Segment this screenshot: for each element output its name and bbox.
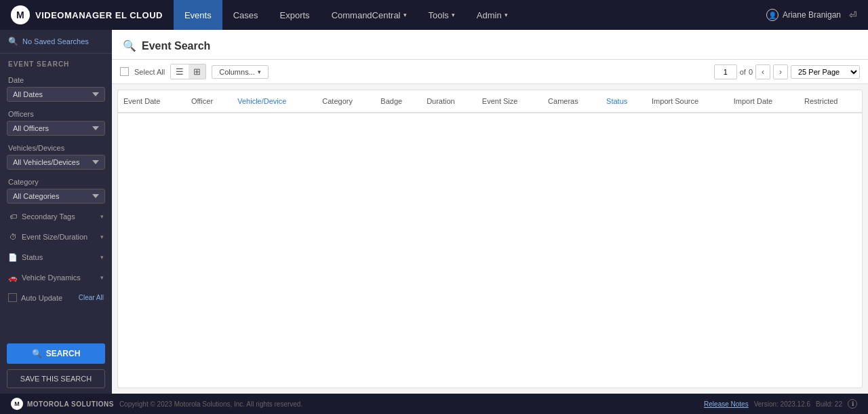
save-search-button[interactable]: SAVE THIS SEARCH — [7, 369, 105, 388]
caret-icon: ▾ — [505, 12, 508, 18]
main-header: 🔍 Event Search — [112, 30, 868, 60]
officers-filter-label: Officers — [0, 105, 112, 121]
grid-view-button[interactable]: ⊞ — [189, 64, 205, 79]
topnav-right: 👤 Ariane Branigan ⏎ — [755, 9, 868, 21]
vehicles-devices-filter-label: Vehicles/Devices — [0, 138, 112, 155]
results-table-container: Event Date Officer Vehicle/Device Catego… — [117, 90, 863, 388]
status-label: Status — [22, 253, 43, 261]
chevron-down-icon: ▾ — [100, 213, 104, 220]
logo-circle: M — [11, 5, 30, 24]
car-icon: 🚗 — [8, 273, 18, 282]
status-expandable[interactable]: 📄 Status ▾ — [0, 247, 112, 267]
event-size-duration-expandable[interactable]: ⏱ Event Size/Duration ▾ — [0, 227, 112, 247]
col-status: Status — [601, 90, 646, 113]
auto-update-row: Auto Update Clear All — [0, 288, 112, 307]
caret-icon: ▾ — [452, 12, 455, 18]
date-filter-label: Date — [0, 71, 112, 87]
signout-icon[interactable]: ⏎ — [849, 10, 857, 20]
vehicles-devices-filter-select[interactable]: All Vehicles/Devices — [7, 155, 105, 170]
footer-logo-letter: M — [14, 400, 20, 407]
chevron-down-icon: ▾ — [100, 254, 104, 261]
vehicle-dynamics-expandable[interactable]: 🚗 Vehicle Dynamics ▾ — [0, 267, 112, 288]
footer-brand: MOTOROLA SOLUTIONS — [27, 400, 114, 408]
tag-icon: 🏷 — [8, 212, 18, 221]
col-cameras: Cameras — [542, 90, 601, 113]
file-icon: 📄 — [8, 252, 18, 262]
nav-admin[interactable]: Admin▾ — [466, 0, 519, 30]
columns-button[interactable]: Columns... ▾ — [212, 65, 269, 79]
search-icon: 🔍 — [32, 349, 42, 358]
chevron-down-icon: ▾ — [100, 274, 104, 281]
chevron-down-icon: ▾ — [100, 233, 104, 240]
per-page-select[interactable]: 25 Per Page 10 Per Page 50 Per Page 100 … — [791, 65, 860, 79]
nav-links: Events Cases Exports CommandCentral▾ Too… — [174, 0, 755, 30]
col-event-size: Event Size — [477, 90, 542, 113]
col-restricted: Restricted — [799, 90, 862, 113]
auto-update-checkbox[interactable] — [8, 293, 17, 302]
nav-command-central[interactable]: CommandCentral▾ — [321, 0, 418, 30]
category-filter-select[interactable]: All Categories — [7, 189, 105, 204]
footer-version: Version: 2023.12.6 — [754, 400, 810, 408]
nav-cases[interactable]: Cases — [222, 0, 269, 30]
event-search-section-label: EVENT SEARCH — [0, 54, 112, 71]
username: Ariane Branigan — [783, 10, 841, 20]
toolbar: Select All ☰ ⊞ Columns... ▾ of 0 ‹ › 25 … — [112, 60, 868, 84]
search-button[interactable]: 🔍 SEARCH — [7, 343, 105, 364]
page-number-input[interactable] — [714, 64, 737, 79]
col-import-date: Import Date — [728, 90, 799, 113]
col-officer: Officer — [186, 90, 232, 113]
col-vehicle-device: Vehicle/Device — [232, 90, 317, 113]
logo-letter: M — [16, 10, 24, 20]
nav-exports[interactable]: Exports — [269, 0, 321, 30]
select-all-checkbox[interactable] — [120, 67, 129, 76]
col-event-date: Event Date — [118, 90, 186, 113]
user-info: 👤 Ariane Branigan — [766, 9, 841, 21]
caret-icon: ▾ — [403, 12, 407, 18]
save-search-label: SAVE THIS SEARCH — [20, 375, 92, 383]
auto-update-label: Auto Update — [21, 294, 62, 302]
search-icon: 🔍 — [8, 37, 18, 46]
date-filter-select[interactable]: All Dates Today This Week This Month — [7, 87, 105, 102]
nav-tools[interactable]: Tools▾ — [418, 0, 466, 30]
col-category: Category — [317, 90, 375, 113]
main-content: 🔍 Event Search Select All ☰ ⊞ Columns...… — [112, 30, 868, 394]
list-view-button[interactable]: ☰ — [171, 64, 189, 79]
page-total: 0 — [749, 68, 753, 76]
search-icon-main: 🔍 — [123, 39, 136, 52]
clear-all-button[interactable]: Clear All — [79, 294, 104, 301]
view-toggle: ☰ ⊞ — [170, 64, 206, 79]
footer: M MOTOROLA SOLUTIONS Copyright © 2023 Mo… — [0, 394, 868, 414]
secondary-tags-label: Secondary Tags — [22, 212, 75, 221]
page-title: Event Search — [142, 40, 210, 52]
secondary-tags-expandable[interactable]: 🏷 Secondary Tags ▾ — [0, 206, 112, 227]
footer-right: Release Notes Version: 2023.12.6 Build: … — [704, 399, 857, 409]
chevron-down-icon: ▾ — [258, 69, 261, 75]
sidebar: 🔍 No Saved Searches EVENT SEARCH Date Al… — [0, 30, 112, 394]
clock-icon: ⏱ — [8, 232, 18, 242]
officers-filter-select[interactable]: All Officers — [7, 121, 105, 136]
app-body: 🔍 No Saved Searches EVENT SEARCH Date Al… — [0, 30, 868, 394]
prev-page-button[interactable]: ‹ — [755, 64, 770, 79]
saved-searches[interactable]: 🔍 No Saved Searches — [0, 30, 112, 54]
footer-copyright: Copyright © 2023 Motorola Solutions, Inc… — [119, 400, 302, 408]
next-page-button[interactable]: › — [773, 64, 788, 79]
results-table: Event Date Officer Vehicle/Device Catego… — [118, 90, 862, 113]
release-notes-link[interactable]: Release Notes — [704, 400, 749, 408]
user-icon: 👤 — [766, 9, 778, 21]
category-filter-label: Category — [0, 172, 112, 189]
top-navigation: M VIDEOMANAGER EL CLOUD Events Cases Exp… — [0, 0, 868, 30]
select-all-label: Select All — [134, 68, 165, 76]
footer-logo-circle: M — [11, 398, 23, 410]
app-title: VIDEOMANAGER EL CLOUD — [35, 10, 163, 20]
footer-build: Build: 22 — [816, 400, 842, 408]
nav-events[interactable]: Events — [174, 0, 222, 30]
page-separator: of — [740, 68, 746, 76]
col-duration: Duration — [421, 90, 477, 113]
footer-logo: M MOTOROLA SOLUTIONS — [11, 398, 114, 410]
app-logo: M VIDEOMANAGER EL CLOUD — [0, 5, 174, 24]
col-badge: Badge — [375, 90, 421, 113]
event-size-duration-label: Event Size/Duration — [22, 233, 87, 241]
columns-label: Columns... — [219, 68, 255, 76]
info-icon[interactable]: ℹ — [848, 399, 857, 409]
pagination: of 0 ‹ › 25 Per Page 10 Per Page 50 Per … — [714, 64, 860, 79]
